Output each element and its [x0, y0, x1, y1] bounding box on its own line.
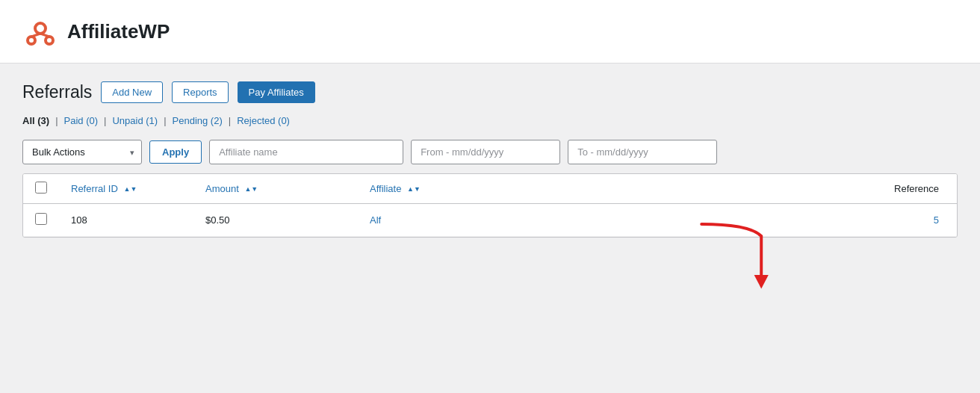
affiliatewp-logo-icon	[22, 13, 58, 49]
svg-line-3	[31, 34, 40, 37]
page-title: Referrals	[22, 82, 92, 102]
referral-id-sort-icon: ▲▼	[123, 186, 137, 193]
referral-id-cell: 108	[59, 204, 193, 237]
affiliate-cell[interactable]: Alf	[358, 204, 522, 237]
referral-id-header[interactable]: Referral ID ▲▼	[59, 174, 193, 204]
date-to-input[interactable]	[568, 140, 717, 164]
arrowhead	[754, 275, 769, 288]
filter-rejected[interactable]: Rejected (0)	[237, 115, 290, 126]
amount-header[interactable]: Amount ▲▼	[193, 174, 358, 204]
filter-unpaid[interactable]: Unpaid (1)	[112, 115, 158, 126]
referrals-table-wrap: Referral ID ▲▼ Amount ▲▼ Affiliate ▲▼ Re…	[22, 173, 958, 238]
filter-all[interactable]: All (3)	[22, 115, 49, 126]
add-new-button[interactable]: Add New	[101, 81, 163, 103]
svg-point-2	[46, 37, 53, 44]
page-title-row: Referrals Add New Reports Pay Affiliates	[22, 81, 958, 103]
logo-text: AffiliateWP	[67, 20, 170, 43]
amount-cell: $0.50	[193, 204, 358, 237]
svg-line-4	[40, 34, 49, 37]
pay-affiliates-button[interactable]: Pay Affiliates	[238, 81, 315, 103]
apply-button[interactable]: Apply	[149, 140, 202, 164]
header: AffiliateWP	[0, 0, 980, 64]
amount-sort-icon: ▲▼	[244, 186, 258, 193]
reference-header: Reference	[522, 174, 957, 204]
content-area: Referrals Add New Reports Pay Affiliates…	[0, 64, 980, 362]
table-body: 108 $0.50 Alf 5	[23, 204, 957, 237]
table-container: Referral ID ▲▼ Amount ▲▼ Affiliate ▲▼ Re…	[22, 173, 958, 238]
select-all-checkbox[interactable]	[35, 182, 47, 194]
row-checkbox[interactable]	[35, 213, 47, 225]
select-all-header	[23, 174, 59, 204]
table-header: Referral ID ▲▼ Amount ▲▼ Affiliate ▲▼ Re…	[23, 174, 957, 204]
table-row: 108 $0.50 Alf 5	[23, 204, 957, 237]
reports-button[interactable]: Reports	[172, 81, 229, 103]
filter-pending[interactable]: Pending (2)	[173, 115, 223, 126]
svg-point-0	[35, 23, 46, 34]
reference-cell[interactable]: 5	[522, 204, 957, 237]
toolbar: Bulk Actions ▾ Apply	[22, 140, 958, 164]
row-checkbox-cell	[23, 204, 59, 237]
filter-links: All (3) | Paid (0) | Unpaid (1) | Pendin…	[22, 115, 958, 126]
referrals-table: Referral ID ▲▼ Amount ▲▼ Affiliate ▲▼ Re…	[23, 174, 957, 237]
bulk-actions-wrap: Bulk Actions ▾	[22, 140, 142, 164]
date-from-input[interactable]	[411, 140, 560, 164]
affiliate-sort-icon: ▲▼	[407, 186, 421, 193]
svg-point-1	[28, 37, 35, 44]
affiliate-header[interactable]: Affiliate ▲▼	[358, 174, 522, 204]
filter-paid[interactable]: Paid (0)	[64, 115, 99, 126]
bulk-actions-select[interactable]: Bulk Actions	[22, 140, 142, 164]
affiliate-name-input[interactable]	[209, 140, 403, 164]
